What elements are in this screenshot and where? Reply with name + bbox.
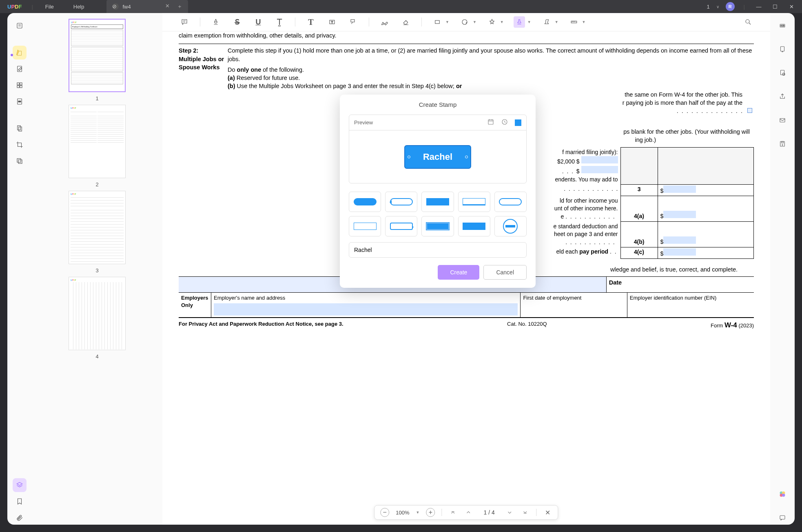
close-icon[interactable]: ✕ [786, 4, 796, 10]
tab-close-icon[interactable]: ✕ [165, 3, 170, 10]
tab-doc-icon: ⊘ [112, 3, 119, 10]
tab-add-icon[interactable]: ＋ [177, 3, 182, 10]
menu-file[interactable]: File [35, 4, 64, 10]
menu-help[interactable]: Help [64, 4, 94, 10]
app-logo: UPDF [0, 4, 29, 10]
maximize-icon[interactable]: ☐ [770, 4, 780, 10]
document-tab[interactable]: ⊘ fw4 ✕ ＋ [106, 0, 188, 13]
tab-title: fw4 [123, 4, 131, 10]
account-count[interactable]: 1 [707, 4, 709, 10]
avatar[interactable]: R [726, 2, 735, 11]
minimize-icon[interactable]: — [754, 4, 764, 10]
